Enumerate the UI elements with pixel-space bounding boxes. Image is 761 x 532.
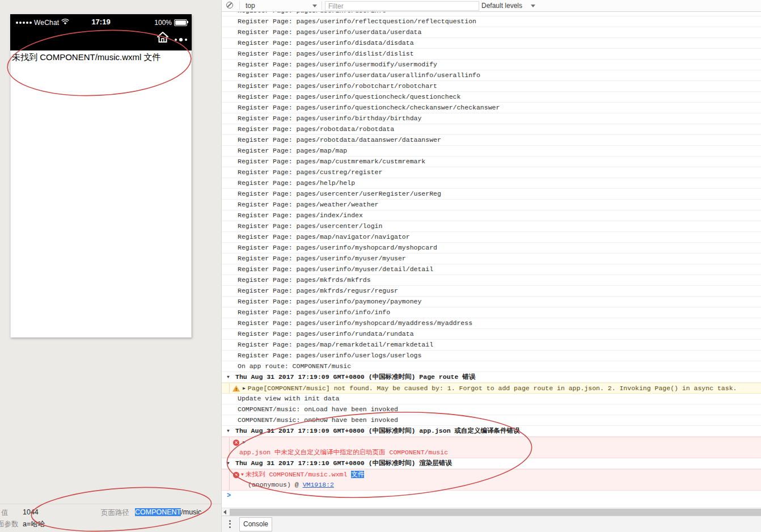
console-log-row: Register Page: pages/mkfrds/regusr/regus… [222, 286, 761, 297]
console-stack-row: (anonymous) @ VM1918:2 [222, 480, 761, 491]
console-log-list: Register Page: pages/userinfo/userinfoRe… [222, 6, 761, 501]
console-log-row: Register Page: pages/userinfo/reflectque… [222, 16, 761, 27]
left-panel-divider [0, 504, 221, 504]
tab-console[interactable]: Console [239, 517, 272, 531]
filter-input[interactable] [325, 1, 479, 11]
default-levels-dropdown[interactable]: Default levels [481, 2, 522, 10]
console-log-row: Register Page: pages/robotdata/dataanswe… [222, 135, 761, 146]
stack-function: (anonymous) @ [248, 481, 303, 488]
more-menu-icon[interactable] [175, 38, 187, 41]
console-log-row: COMPONENT/music: onShow have been invoke… [222, 415, 761, 426]
console-log-row: Register Page: pages/userinfo/myshopcard… [222, 318, 761, 329]
console-log-row: Register Page: pages/userinfo/rundata/ru… [222, 329, 761, 340]
collapse-triangle-icon[interactable]: ▼ [227, 372, 230, 382]
error-message-text: 未找到 COMPONENT/music.wxml [246, 471, 351, 478]
error-message: app.json 中未定义自定义编译中指定的启动页面 COMPONENT/mus… [239, 447, 448, 458]
log-text: Register Page: pages/userinfo/questionch… [238, 92, 460, 102]
toolbar-separator [322, 1, 322, 10]
log-text: Register Page: pages/userinfo/reflectque… [238, 16, 476, 27]
console-group-header: ▼Thu Aug 31 2017 17:19:10 GMT+0800 (中国标准… [222, 458, 761, 469]
levels-caret-icon[interactable] [531, 5, 535, 7]
log-text: Register Page: pages/userinfo/myshopcard… [238, 243, 437, 253]
log-text: Register Page: pages/map/custmremark/cus… [238, 157, 425, 167]
group-indent-guide [229, 470, 230, 480]
console-log-row: Register Page: pages/usercenter/userRegi… [222, 189, 761, 200]
console-log-row: Register Page: pages/custreg/register [222, 167, 761, 178]
group-indent-guide [229, 383, 230, 393]
console-error-row: ✕▼未找到 COMPONENT/music.wxml 文件 [222, 469, 761, 480]
page-path-selected-text: COMPONENT [135, 508, 181, 516]
console-log-row: Register Page: pages/userinfo/myshopcard… [222, 243, 761, 254]
error-circle-icon: ✕ [233, 472, 239, 478]
field-value-row: 值 1044 页面路径 COMPONENT/music [1, 508, 9, 518]
collapse-triangle-icon[interactable]: ▼ [241, 470, 244, 480]
console-log-row: Register Page: pages/userinfo/disdata/di… [222, 38, 761, 49]
kebab-menu-icon[interactable] [229, 518, 231, 529]
console-group-header: ▼Thu Aug 31 2017 17:19:09 GMT+0800 (中国标准… [222, 372, 761, 383]
context-caret-icon[interactable] [312, 5, 317, 7]
log-text: COMPONENT/music: onLoad have been invoke… [238, 404, 398, 415]
console-log-row: Register Page: pages/mkfrds/mkfrds [222, 275, 761, 286]
console-log-row: Register Page: pages/userinfo/myuser/myu… [222, 254, 761, 264]
source-link[interactable]: VM1918:2 [303, 481, 334, 488]
log-text: Register Page: pages/map/map [238, 146, 347, 156]
console-log-row: Register Page: pages/userinfo/dislist/di… [222, 49, 761, 60]
console-drawer-bar: Console [222, 516, 761, 532]
expand-triangle-icon[interactable]: ▶ [243, 437, 246, 447]
collapse-triangle-icon[interactable]: ▼ [227, 426, 230, 436]
console-log-row: Register Page: pages/map/custmremark/cus… [222, 157, 761, 167]
battery-percent-label: 100% [154, 19, 172, 27]
group-indent-guide [229, 437, 230, 447]
page-path-value[interactable]: COMPONENT/music [135, 508, 201, 516]
console-log-row: Register Page: pages/userinfo/usermodify… [222, 60, 761, 70]
clear-console-icon[interactable] [226, 2, 233, 9]
log-text: Register Page: pages/robotdata/robotdata [238, 124, 394, 134]
console-log-row: Register Page: pages/usercenter/login [222, 221, 761, 232]
console-log-row: Register Page: pages/index/index [222, 210, 761, 221]
console-log-row: Register Page: pages/userinfo/info/info [222, 307, 761, 318]
log-text: COMPONENT/music: onShow have been invoke… [238, 415, 398, 425]
warning-message: Page[COMPONENT/music] not found. May be … [248, 385, 737, 392]
simulator-panel: WeChat 17:19 100% 未找到 COMPONENT/music.wx… [0, 0, 221, 532]
log-text: Register Page: pages/robotdata/dataanswe… [238, 135, 441, 145]
log-text: Register Page: pages/userinfo/rundata/ru… [238, 329, 414, 339]
horizontal-scrollbar[interactable] [222, 508, 761, 516]
param-label-clipped-char: 面 [0, 520, 5, 529]
console-log-row: Register Page: pages/map/map [222, 146, 761, 157]
log-text: Register Page: pages/userinfo/paymoney/p… [238, 297, 421, 307]
group-header-text: Thu Aug 31 2017 17:19:10 GMT+0800 (中国标准时… [235, 458, 452, 468]
log-text: Register Page: pages/custreg/register [238, 167, 382, 178]
log-text: Register Page: pages/index/index [238, 210, 363, 221]
console-log-row: Register Page: pages/userinfo/questionch… [222, 103, 761, 113]
stack-frame: (anonymous) @ VM1918:2 [248, 480, 334, 490]
log-text: Update view with init data [238, 394, 339, 404]
log-text: Register Page: pages/mkfrds/mkfrds [238, 275, 371, 285]
console-prompt[interactable]: > [222, 491, 761, 501]
log-text: Register Page: pages/userinfo/info/info [238, 307, 390, 318]
page-path-label: 页面路径 [101, 508, 129, 518]
prompt-chevron-icon: > [227, 491, 231, 501]
context-selector[interactable]: top [246, 2, 255, 10]
collapse-triangle-icon[interactable]: ▼ [227, 458, 230, 468]
console-log-row: Register Page: pages/userinfo/userdata/u… [222, 70, 761, 81]
console-toolbar: top Default levels [222, 0, 761, 12]
home-icon[interactable] [157, 31, 169, 45]
console-error-expander-row: ✕▶ [222, 437, 761, 447]
group-header-text: Thu Aug 31 2017 17:19:09 GMT+0800 (中国标准时… [235, 372, 475, 382]
scrollbar-thumb[interactable] [230, 509, 761, 516]
toolbar-separator [239, 1, 240, 10]
scroll-left-arrow-icon[interactable] [222, 508, 229, 516]
selected-text: 文件 [351, 471, 364, 478]
console-log-row: Register Page: pages/userinfo/userlogs/u… [222, 351, 761, 361]
console-log-row: Register Page: pages/help/help [222, 178, 761, 189]
log-text: Register Page: pages/userinfo/myuser/det… [238, 264, 433, 275]
expand-triangle-icon[interactable]: ▶ [243, 386, 246, 391]
log-text: Register Page: pages/userinfo/robotchart… [238, 81, 437, 91]
log-text: Register Page: pages/userinfo/userdata/u… [238, 27, 421, 37]
console-log-row: COMPONENT/music: onLoad have been invoke… [222, 404, 761, 415]
log-text: Register Page: pages/mkfrds/regusr/regus… [238, 286, 398, 296]
group-header-text: Thu Aug 31 2017 17:19:09 GMT+0800 (中国标准时… [235, 426, 519, 436]
console-log-row: Register Page: pages/weather/weather [222, 200, 761, 210]
console-log-row: Register Page: pages/userinfo/robotchart… [222, 81, 761, 92]
console-log-row: Register Page: pages/map/navigator/navig… [222, 232, 761, 243]
